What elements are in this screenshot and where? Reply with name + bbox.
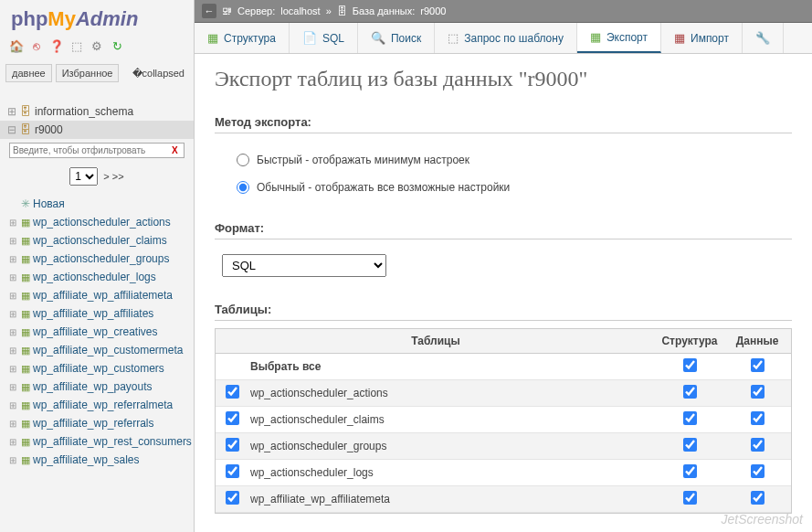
tab-export[interactable]: ▦Экспорт bbox=[577, 23, 661, 53]
row-select[interactable] bbox=[226, 464, 239, 478]
table-item[interactable]: ⊞▦wp_affiliate_wp_customers bbox=[7, 359, 194, 378]
expand-icon[interactable]: ⊞ bbox=[9, 218, 18, 228]
tab-recent[interactable]: давнее bbox=[5, 64, 52, 82]
logo[interactable]: phpMyAdmin bbox=[0, 0, 194, 35]
expand-icon[interactable]: ⊞ bbox=[9, 419, 18, 429]
filter-input[interactable] bbox=[9, 143, 185, 158]
table-item[interactable]: ⊞▦wp_affiliate_wp_payouts bbox=[7, 378, 194, 396]
table-item[interactable]: ⊞▦wp_affiliate_wp_customermeta bbox=[7, 341, 194, 359]
tab-query[interactable]: ⬚Запрос по шаблону bbox=[435, 23, 577, 53]
table-item[interactable]: ⊞▦wp_affiliate_wp_affiliatemeta bbox=[7, 286, 194, 304]
row-name: wp_actionscheduler_actions bbox=[248, 387, 656, 399]
expand-icon[interactable]: ⊞ bbox=[9, 236, 18, 246]
row-data[interactable] bbox=[751, 438, 765, 452]
plus-icon: ⊞ bbox=[7, 105, 16, 118]
radio-quick[interactable] bbox=[237, 154, 249, 166]
row-structure[interactable] bbox=[683, 438, 697, 452]
row-select[interactable] bbox=[226, 411, 239, 425]
expand-icon[interactable]: ⊞ bbox=[9, 327, 18, 337]
table-icon: ▦ bbox=[21, 308, 30, 320]
collapse-icon[interactable]: �collapsed bbox=[132, 68, 185, 80]
table-pager: 1 > >> bbox=[0, 162, 194, 195]
row-structure[interactable] bbox=[683, 385, 697, 399]
table-item[interactable]: ⊞▦wp_affiliate_wp_sales bbox=[7, 451, 194, 469]
tab-structure[interactable]: ▦Структура bbox=[195, 23, 290, 53]
row-name: wp_actionscheduler_groups bbox=[248, 440, 656, 452]
table-item[interactable]: ⊞▦wp_actionscheduler_actions bbox=[7, 213, 194, 231]
tab-sql[interactable]: 📄SQL bbox=[290, 23, 358, 53]
wrench-icon: 🔧 bbox=[755, 31, 770, 45]
table-tree: ✳ Новая ⊞▦wp_actionscheduler_actions⊞▦wp… bbox=[0, 195, 194, 469]
table-name: wp_affiliate_wp_affiliatemeta bbox=[33, 289, 173, 302]
select-all-data[interactable] bbox=[751, 358, 765, 372]
tab-search[interactable]: 🔍Поиск bbox=[358, 23, 435, 53]
db-r9000[interactable]: ⊟ 🗄 r9000 bbox=[0, 121, 194, 139]
tab-more[interactable]: 🔧 bbox=[743, 23, 784, 53]
database-icon: 🗄 bbox=[20, 105, 31, 118]
tab-import[interactable]: ▦Импорт bbox=[661, 23, 743, 53]
reload-icon[interactable]: ↻ bbox=[110, 38, 124, 53]
table-item[interactable]: ⊞▦wp_affiliate_wp_creatives bbox=[7, 323, 194, 341]
table-item[interactable]: ⊞▦wp_affiliate_wp_affiliates bbox=[7, 304, 194, 323]
expand-icon[interactable]: ⊞ bbox=[9, 382, 18, 392]
expand-icon[interactable]: ⊞ bbox=[9, 437, 18, 447]
search-icon: 🔍 bbox=[371, 31, 385, 45]
table-icon: ▦ bbox=[21, 235, 30, 247]
select-all-label[interactable]: Выбрать все bbox=[248, 360, 656, 373]
tables-heading: Таблицы: bbox=[215, 303, 792, 321]
table-item[interactable]: ⊞▦wp_actionscheduler_groups bbox=[7, 250, 194, 268]
row-select[interactable] bbox=[226, 438, 239, 452]
select-all-structure[interactable] bbox=[683, 358, 697, 372]
table-item[interactable]: ⊞▦wp_actionscheduler_claims bbox=[7, 231, 194, 250]
page-title: Экспорт таблиц из базы данных "r9000" bbox=[215, 67, 792, 91]
new-table[interactable]: ✳ Новая bbox=[7, 195, 194, 213]
expand-icon[interactable]: ⊞ bbox=[9, 400, 18, 410]
table-item[interactable]: ⊞▦wp_affiliate_wp_referralmeta bbox=[7, 396, 194, 414]
db-link[interactable]: r9000 bbox=[420, 5, 446, 16]
db-information-schema[interactable]: ⊞ 🗄 information_schema bbox=[0, 102, 194, 121]
clear-filter-icon[interactable]: X bbox=[172, 145, 178, 155]
expand-icon[interactable]: ⊞ bbox=[9, 309, 18, 319]
nav-back-icon[interactable]: ← bbox=[202, 4, 216, 18]
expand-icon[interactable]: ⊞ bbox=[9, 272, 18, 282]
top-tabs: ▦Структура 📄SQL 🔍Поиск ⬚Запрос по шаблон… bbox=[195, 23, 812, 54]
content: Экспорт таблиц из базы данных "r9000" Ме… bbox=[195, 54, 812, 532]
expand-icon[interactable]: ⊞ bbox=[9, 364, 18, 374]
format-heading: Формат: bbox=[215, 221, 792, 239]
new-icon: ✳ bbox=[21, 197, 30, 210]
logout-icon[interactable]: ⎋ bbox=[29, 38, 44, 53]
row-data[interactable] bbox=[751, 385, 765, 399]
page-select[interactable]: 1 bbox=[69, 167, 98, 186]
new-label: Новая bbox=[33, 197, 65, 210]
pager-next[interactable]: > >> bbox=[103, 171, 123, 182]
table-item[interactable]: ⊞▦wp_affiliate_wp_referrals bbox=[7, 414, 194, 432]
row-structure[interactable] bbox=[683, 464, 697, 478]
db-label: r9000 bbox=[35, 123, 63, 136]
format-select[interactable]: SQL bbox=[222, 254, 386, 277]
row-data[interactable] bbox=[751, 464, 765, 478]
table-item[interactable]: ⊞▦wp_actionscheduler_logs bbox=[7, 268, 194, 286]
home-icon[interactable]: 🏠 bbox=[9, 38, 24, 53]
table-name: wp_affiliate_wp_customermeta bbox=[33, 344, 184, 356]
structure-icon: ▦ bbox=[207, 31, 218, 45]
row-structure[interactable] bbox=[683, 491, 697, 505]
radio-custom[interactable] bbox=[237, 181, 249, 194]
server-link[interactable]: localhost bbox=[280, 5, 320, 16]
row-data[interactable] bbox=[751, 411, 765, 425]
settings-icon[interactable]: ⚙ bbox=[90, 38, 104, 53]
expand-icon[interactable]: ⊞ bbox=[9, 291, 18, 301]
row-select[interactable] bbox=[226, 385, 239, 399]
table-item[interactable]: ⊞▦wp_affiliate_wp_rest_consumers bbox=[7, 432, 194, 451]
row-structure[interactable] bbox=[683, 411, 697, 425]
expand-icon[interactable]: ⊞ bbox=[9, 455, 18, 465]
tab-favorites[interactable]: Избранное bbox=[56, 64, 120, 82]
expand-icon[interactable]: ⊞ bbox=[9, 254, 18, 264]
row-select[interactable] bbox=[226, 491, 239, 505]
docs-icon[interactable]: ❓ bbox=[49, 38, 64, 53]
method-quick[interactable]: Быстрый - отображать минимум настроек bbox=[237, 146, 792, 174]
table-icon: ▦ bbox=[21, 399, 30, 411]
row-data[interactable] bbox=[751, 491, 765, 505]
expand-icon[interactable]: ⊞ bbox=[9, 346, 18, 356]
method-custom[interactable]: Обычный - отображать все возможные настр… bbox=[237, 174, 792, 201]
sql-icon[interactable]: ⬚ bbox=[69, 38, 84, 53]
